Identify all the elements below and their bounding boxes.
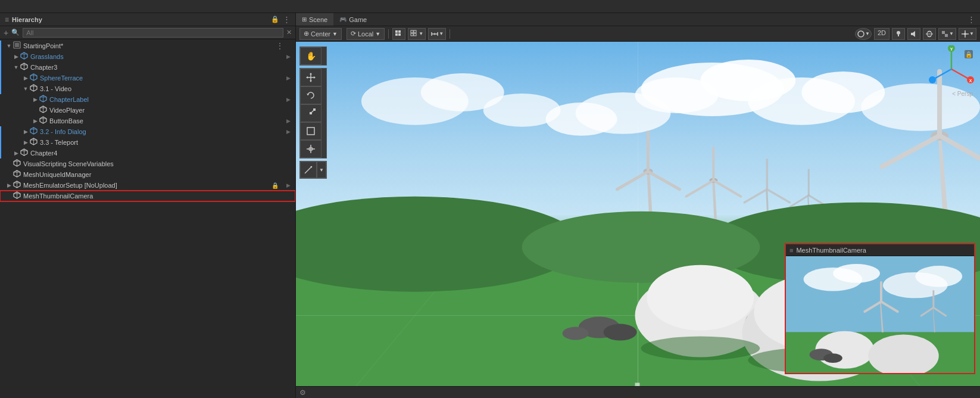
scene-bottom-icon[interactable]: ⚙ bbox=[299, 388, 306, 397]
main-content: ≡ Hierarchy 🔒 ⋮ + 🔍 ✕ StartingPoint* bbox=[0, 13, 980, 398]
ruler-btn[interactable]: ▼ bbox=[428, 28, 446, 40]
arrow-chapter3[interactable] bbox=[12, 62, 20, 73]
svg-point-56 bbox=[858, 31, 864, 37]
tree-item-sphere-terrace[interactable]: SphereTerrace bbox=[0, 73, 295, 83]
2d-toggle-btn[interactable]: 2D bbox=[874, 28, 890, 40]
tree-item-video-player[interactable]: VideoPlayer bbox=[0, 105, 295, 116]
starting-point-dots[interactable]: ⋮ bbox=[276, 42, 283, 50]
custom-dropdown[interactable]: ▼ bbox=[317, 161, 326, 178]
local-dropdown[interactable]: ⟳ Local ▼ bbox=[347, 28, 385, 40]
scene-game-tabs: ⊞ Scene 🎮 Game ⋮ bbox=[296, 13, 980, 26]
mesh-unique-label: MeshUniqueIdManager bbox=[23, 171, 91, 178]
tree-item-mesh-emulator[interactable]: MeshEmulatorSetup [NoUpload] 🔒 bbox=[0, 180, 295, 191]
tree-item-chapter3[interactable]: Chapter3 bbox=[0, 62, 295, 73]
ctrl-sep-1 bbox=[388, 29, 389, 39]
tree-item-chapter4[interactable]: Chapter4 bbox=[0, 148, 295, 158]
tree-item-mesh-unique[interactable]: MeshUniqueIdManager bbox=[0, 169, 295, 180]
scene-left-toolbar: ✋ bbox=[299, 46, 327, 179]
snap-dropdown-arrow: ▼ bbox=[419, 31, 423, 36]
cube-icon-info bbox=[30, 127, 38, 136]
game-tab[interactable]: 🎮 Game bbox=[333, 13, 373, 26]
light-icon-btn[interactable] bbox=[892, 28, 905, 40]
arrow-starting-point[interactable] bbox=[5, 41, 13, 51]
hierarchy-tree: StartingPoint* ⋮ Grasslands C bbox=[0, 39, 295, 398]
lighting-btn[interactable]: ▼ bbox=[855, 28, 872, 40]
svg-line-95 bbox=[882, 136, 940, 167]
scene-tab-label: Scene bbox=[309, 16, 327, 23]
arrow-grasslands[interactable] bbox=[12, 51, 20, 62]
tree-item-chapter-label[interactable]: ChapterLabel bbox=[0, 94, 295, 105]
arrow-mesh-emulator[interactable] bbox=[5, 180, 13, 191]
mesh-camera-label: MeshThumbnailCamera bbox=[23, 192, 93, 200]
hierarchy-panel: ≡ Hierarchy 🔒 ⋮ + 🔍 ✕ StartingPoint* bbox=[0, 13, 296, 398]
lock-icon-emulator[interactable]: 🔒 bbox=[271, 182, 279, 189]
svg-point-126 bbox=[563, 327, 589, 340]
tree-item-starting-point[interactable]: StartingPoint* ⋮ bbox=[0, 41, 295, 51]
arrow-chapter-label[interactable] bbox=[31, 94, 39, 105]
sphere-terrace-label: SphereTerrace bbox=[40, 74, 83, 82]
scene-gizmo[interactable]: Y X 🔒 bbox=[928, 45, 975, 93]
arrow-sphere-terrace[interactable] bbox=[21, 73, 30, 83]
grasslands-label: Grasslands bbox=[30, 53, 64, 60]
svg-marker-132 bbox=[310, 80, 312, 82]
expand-sphere-terrace[interactable] bbox=[286, 75, 291, 81]
tree-item-video-31[interactable]: 3.1 - Video bbox=[0, 83, 295, 94]
cube-icon-grasslands bbox=[20, 52, 28, 61]
arrow-button-base[interactable] bbox=[31, 116, 39, 126]
tree-item-button-base[interactable]: ButtonBase bbox=[0, 116, 295, 126]
tree-item-grasslands[interactable]: Grasslands bbox=[0, 51, 295, 62]
rotate-tool-btn[interactable] bbox=[300, 86, 322, 104]
teleport-33-label: 3.3 - Teleport bbox=[40, 139, 78, 146]
hierarchy-title: ≡ Hierarchy bbox=[5, 15, 42, 24]
overlay-btn[interactable]: ▼ bbox=[938, 28, 956, 40]
scene-controls-bar: ⊕ Center ▼ ⟳ Local ▼ ▼ ▼ bbox=[296, 26, 980, 42]
cube-icon-unique bbox=[13, 170, 21, 179]
hierarchy-menu-icon: ≡ bbox=[5, 15, 9, 24]
expand-button-base[interactable] bbox=[286, 118, 291, 124]
tree-item-info-32[interactable]: 3.2 - Info Dialog bbox=[0, 126, 295, 137]
tree-item-mesh-camera[interactable]: MeshThumbnailCamera bbox=[0, 191, 295, 201]
expand-info-32[interactable] bbox=[286, 129, 291, 135]
scene-tab-more[interactable]: ⋮ bbox=[963, 15, 980, 24]
hand-tool-btn[interactable]: ✋ bbox=[300, 47, 322, 65]
gizmo-btn[interactable]: ▼ bbox=[959, 28, 976, 40]
tree-item-teleport-33[interactable]: 3.3 - Teleport bbox=[0, 137, 295, 148]
arrow-info-32[interactable] bbox=[21, 126, 30, 137]
scene-viewport[interactable]: ✋ bbox=[296, 42, 980, 386]
hierarchy-search-bar: + 🔍 ✕ bbox=[0, 26, 295, 39]
search-clear-btn[interactable]: ✕ bbox=[286, 29, 292, 36]
more-options-icon[interactable]: ⋮ bbox=[283, 15, 291, 24]
add-button[interactable]: + bbox=[4, 29, 8, 37]
effects-btn[interactable] bbox=[923, 28, 936, 40]
info-32-label: 3.2 - Info Dialog bbox=[40, 128, 86, 135]
tree-item-visual-scripting[interactable]: VisualScripting SceneVariables bbox=[0, 158, 295, 169]
scene-tab[interactable]: ⊞ Scene bbox=[296, 13, 333, 26]
custom-tool-btn[interactable] bbox=[300, 161, 317, 178]
transform-tool-btn[interactable] bbox=[300, 140, 322, 158]
svg-point-78 bbox=[483, 94, 561, 127]
svg-rect-59 bbox=[911, 33, 913, 35]
arrow-video-31[interactable] bbox=[21, 83, 30, 94]
expand-mesh-emulator[interactable] bbox=[286, 182, 291, 188]
audio-btn[interactable] bbox=[907, 28, 920, 40]
search-input[interactable] bbox=[23, 28, 283, 38]
cube-icon-teleport bbox=[30, 138, 38, 147]
rect-tool-btn[interactable] bbox=[300, 122, 322, 140]
svg-point-57 bbox=[897, 31, 900, 35]
svg-line-99 bbox=[648, 172, 679, 189]
move-tool-btn[interactable] bbox=[300, 69, 322, 86]
svg-rect-46 bbox=[395, 33, 398, 36]
grid-snap-btn[interactable] bbox=[392, 28, 405, 40]
chapter-label-label: ChapterLabel bbox=[49, 96, 89, 103]
center-dropdown[interactable]: ⊕ Center ▼ bbox=[299, 28, 342, 40]
scale-tool-btn[interactable] bbox=[300, 104, 322, 122]
local-label: Local bbox=[358, 30, 373, 38]
arrow-teleport-33[interactable] bbox=[21, 137, 30, 148]
arrow-chapter4[interactable] bbox=[12, 148, 20, 158]
video-31-label: 3.1 - Video bbox=[40, 85, 71, 92]
game-tab-label: Game bbox=[349, 16, 367, 23]
expand-grasslands[interactable] bbox=[286, 54, 291, 60]
expand-chapter-label[interactable] bbox=[286, 97, 291, 102]
lock-icon[interactable]: 🔒 bbox=[271, 15, 279, 23]
snap-btn[interactable]: ▼ bbox=[408, 28, 426, 40]
